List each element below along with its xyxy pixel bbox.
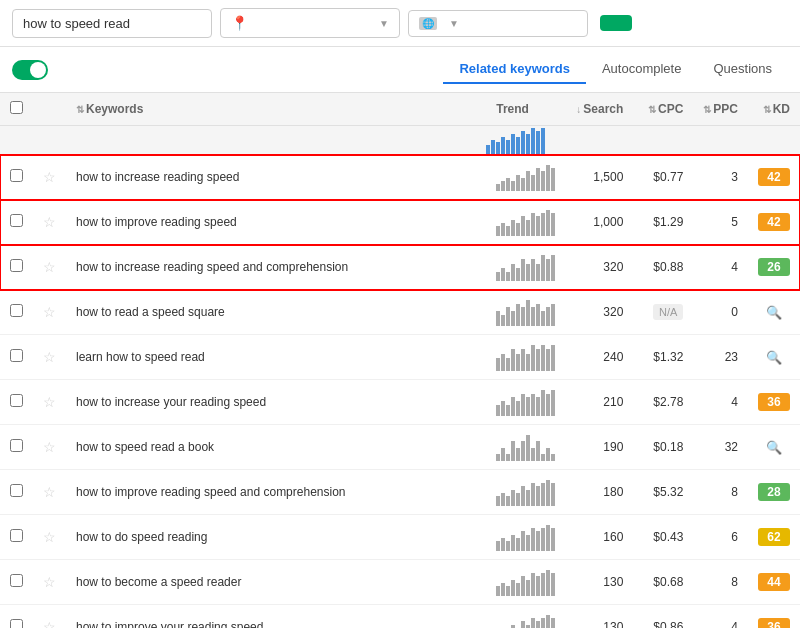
table-row: ☆how to improve your reading speed130$0.… bbox=[0, 605, 800, 629]
cpc-sort-icon: ⇅ bbox=[648, 104, 656, 115]
tab-questions[interactable]: Questions bbox=[697, 55, 788, 84]
trend-cell bbox=[486, 245, 566, 290]
star-icon[interactable]: ☆ bbox=[43, 169, 56, 185]
header-bars-row bbox=[0, 126, 800, 155]
star-icon[interactable]: ☆ bbox=[43, 529, 56, 545]
filter-bar: Related keywords Autocomplete Questions bbox=[0, 47, 800, 93]
star-icon[interactable]: ☆ bbox=[43, 304, 56, 320]
cpc-cell: $0.43 bbox=[633, 515, 693, 560]
star-icon[interactable]: ☆ bbox=[43, 619, 56, 628]
row-checkbox[interactable] bbox=[10, 214, 23, 227]
table-row: ☆how to increase reading speed1,500$0.77… bbox=[0, 155, 800, 200]
table-row: ☆how to read a speed square320N/A0🔍 bbox=[0, 290, 800, 335]
trend-cell bbox=[486, 380, 566, 425]
cpc-cell: $2.78 bbox=[633, 380, 693, 425]
cpc-cell: $0.77 bbox=[633, 155, 693, 200]
search-volume-cell: 130 bbox=[566, 605, 633, 629]
trend-cell bbox=[486, 200, 566, 245]
row-checkbox[interactable] bbox=[10, 619, 23, 628]
keyword-cell: how to increase your reading speed bbox=[66, 380, 486, 425]
header-star-cell bbox=[33, 93, 66, 126]
table-row: ☆how to do speed reading160$0.43662 bbox=[0, 515, 800, 560]
ppc-cell: 0 bbox=[693, 290, 748, 335]
row-checkbox[interactable] bbox=[10, 304, 23, 317]
row-checkbox[interactable] bbox=[10, 574, 23, 587]
ppc-cell: 32 bbox=[693, 425, 748, 470]
search-volume-cell: 240 bbox=[566, 335, 633, 380]
search-volume-cell: 320 bbox=[566, 245, 633, 290]
keyword-cell: how to increase reading speed bbox=[66, 155, 486, 200]
search-sort-icon: ↓ bbox=[576, 104, 581, 115]
table-row: ☆how to improve reading speed1,000$1.295… bbox=[0, 200, 800, 245]
header-search[interactable]: ↓Search bbox=[566, 93, 633, 126]
kd-cell: 🔍 bbox=[748, 290, 800, 335]
search-volume-cell: 160 bbox=[566, 515, 633, 560]
kd-badge: 26 bbox=[758, 258, 790, 276]
language-dropdown[interactable]: 🌐 ▼ bbox=[408, 10, 588, 37]
keywords-sort-icon: ⇅ bbox=[76, 104, 84, 115]
header-ppc[interactable]: ⇅PPC bbox=[693, 93, 748, 126]
row-checkbox[interactable] bbox=[10, 259, 23, 272]
keyword-cell: how to improve your reading speed bbox=[66, 605, 486, 629]
star-icon[interactable]: ☆ bbox=[43, 439, 56, 455]
star-icon[interactable]: ☆ bbox=[43, 484, 56, 500]
header-kd[interactable]: ⇅KD bbox=[748, 93, 800, 126]
row-checkbox[interactable] bbox=[10, 169, 23, 182]
row-checkbox[interactable] bbox=[10, 529, 23, 542]
kd-cell: 🔍 bbox=[748, 425, 800, 470]
ppc-cell: 4 bbox=[693, 605, 748, 629]
keyword-cell: learn how to speed read bbox=[66, 335, 486, 380]
kd-cell: 42 bbox=[748, 200, 800, 245]
search-volume-cell: 1,000 bbox=[566, 200, 633, 245]
kd-cell: 36 bbox=[748, 380, 800, 425]
tab-related-keywords[interactable]: Related keywords bbox=[443, 55, 586, 84]
location-dropdown[interactable]: 📍 ▼ bbox=[220, 8, 400, 38]
header-checkbox[interactable] bbox=[10, 101, 23, 114]
star-icon[interactable]: ☆ bbox=[43, 214, 56, 230]
search-volume-cell: 210 bbox=[566, 380, 633, 425]
table-container: ⇅Keywords Trend ↓Search ⇅CPC ⇅PPC bbox=[0, 93, 800, 628]
header-trend: Trend bbox=[486, 93, 566, 126]
trend-cell bbox=[486, 470, 566, 515]
trend-cell bbox=[486, 290, 566, 335]
trend-cell bbox=[486, 515, 566, 560]
cpc-cell: N/A bbox=[633, 290, 693, 335]
kd-badge: 36 bbox=[758, 393, 790, 411]
top-bar: 📍 ▼ 🌐 ▼ bbox=[0, 0, 800, 47]
cpc-cell: $5.32 bbox=[633, 470, 693, 515]
row-checkbox[interactable] bbox=[10, 349, 23, 362]
row-checkbox[interactable] bbox=[10, 439, 23, 452]
row-checkbox[interactable] bbox=[10, 394, 23, 407]
star-icon[interactable]: ☆ bbox=[43, 259, 56, 275]
filter-left bbox=[12, 60, 56, 80]
search-volume-cell: 180 bbox=[566, 470, 633, 515]
table-row: ☆learn how to speed read240$1.3223🔍 bbox=[0, 335, 800, 380]
header-cpc[interactable]: ⇅CPC bbox=[633, 93, 693, 126]
filter-toggle[interactable] bbox=[12, 60, 48, 80]
search-volume-cell: 1,500 bbox=[566, 155, 633, 200]
kd-cell: 44 bbox=[748, 560, 800, 605]
row-checkbox[interactable] bbox=[10, 484, 23, 497]
kd-badge: 28 bbox=[758, 483, 790, 501]
star-icon[interactable]: ☆ bbox=[43, 574, 56, 590]
keyword-cell: how to increase reading speed and compre… bbox=[66, 245, 486, 290]
table-row: ☆how to increase your reading speed210$2… bbox=[0, 380, 800, 425]
kd-cell: 62 bbox=[748, 515, 800, 560]
header-keywords[interactable]: ⇅Keywords bbox=[66, 93, 486, 126]
star-icon[interactable]: ☆ bbox=[43, 394, 56, 410]
search-volume-cell: 190 bbox=[566, 425, 633, 470]
ppc-sort-icon: ⇅ bbox=[703, 104, 711, 115]
search-icon: 🔍 bbox=[766, 350, 782, 365]
table-wrap: ⇅Keywords Trend ↓Search ⇅CPC ⇅PPC bbox=[0, 93, 800, 628]
star-icon[interactable]: ☆ bbox=[43, 349, 56, 365]
trend-cell bbox=[486, 425, 566, 470]
ppc-cell: 8 bbox=[693, 470, 748, 515]
cpc-cell: $1.32 bbox=[633, 335, 693, 380]
keyword-cell: how to become a speed reader bbox=[66, 560, 486, 605]
tab-autocomplete[interactable]: Autocomplete bbox=[586, 55, 698, 84]
cpc-cell: $0.86 bbox=[633, 605, 693, 629]
tab-group: Related keywords Autocomplete Questions bbox=[443, 55, 788, 84]
go-button[interactable] bbox=[600, 15, 632, 31]
kd-cell: 26 bbox=[748, 245, 800, 290]
search-input[interactable] bbox=[23, 16, 201, 31]
